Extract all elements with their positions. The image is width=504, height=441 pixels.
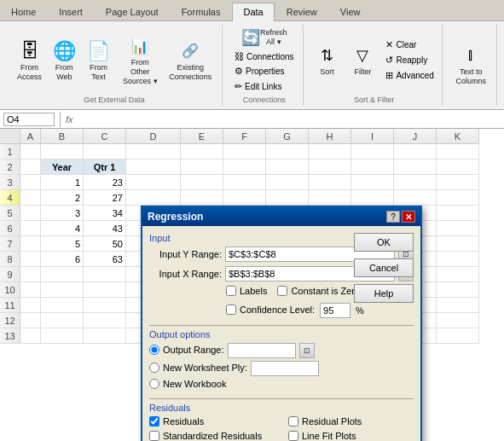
cell-g4[interactable] — [266, 190, 309, 206]
from-access-button[interactable]: 🗄 FromAccess — [14, 37, 45, 84]
cell-k5[interactable] — [437, 206, 479, 221]
col-header-j[interactable]: J — [394, 129, 437, 144]
residuals-checkbox[interactable] — [149, 416, 159, 426]
cell-b7[interactable]: 5 — [41, 236, 84, 252]
cell-c11[interactable] — [84, 298, 126, 313]
cell-a2[interactable] — [20, 160, 41, 175]
cell-k8[interactable] — [437, 252, 479, 267]
cell-c8[interactable]: 63 — [84, 252, 126, 267]
cell-g3[interactable] — [266, 175, 309, 190]
cell-k1[interactable] — [437, 144, 479, 160]
cell-b1[interactable] — [41, 144, 84, 160]
new-worksheet-field[interactable] — [251, 361, 319, 376]
cell-e3[interactable] — [181, 175, 223, 190]
clear-button[interactable]: ✕ Clear — [382, 38, 437, 52]
cell-j1[interactable] — [394, 144, 437, 160]
col-header-k[interactable]: K — [437, 129, 479, 144]
output-range-button[interactable]: ⊡ — [299, 343, 315, 358]
properties-button[interactable]: ⚙ Properties — [231, 64, 298, 78]
tab-page-layout[interactable]: Page Layout — [95, 3, 170, 20]
residual-plots-checkbox[interactable] — [288, 416, 298, 426]
cell-b12[interactable] — [41, 313, 84, 328]
cell-k12[interactable] — [437, 313, 479, 328]
cell-c4[interactable]: 27 — [84, 190, 126, 206]
cell-a12[interactable] — [20, 313, 41, 328]
cell-k11[interactable] — [437, 298, 479, 313]
col-header-g[interactable]: G — [266, 129, 309, 144]
cell-c2[interactable]: Qtr 1 — [84, 160, 126, 175]
new-worksheet-radio[interactable] — [149, 363, 159, 373]
cell-e1[interactable] — [181, 144, 223, 160]
reapply-button[interactable]: ↺ Reapply — [382, 53, 437, 67]
tab-data[interactable]: Data — [232, 3, 274, 21]
cell-a1[interactable] — [20, 144, 41, 160]
col-header-d[interactable]: D — [126, 129, 181, 144]
cell-a8[interactable] — [20, 252, 41, 267]
cell-c12[interactable] — [84, 313, 126, 328]
tab-view[interactable]: View — [329, 3, 372, 20]
cancel-button[interactable]: Cancel — [354, 258, 414, 277]
formula-input[interactable] — [77, 114, 501, 125]
output-range-radio[interactable] — [149, 345, 159, 355]
tab-review[interactable]: Review — [275, 3, 328, 20]
cell-d3[interactable] — [126, 175, 181, 190]
col-header-h[interactable]: H — [309, 129, 351, 144]
cell-a5[interactable] — [20, 206, 41, 221]
cell-f2[interactable] — [223, 160, 266, 175]
cell-k10[interactable] — [437, 282, 479, 298]
dialog-help-button[interactable]: ? — [386, 211, 400, 223]
cell-j2[interactable] — [394, 160, 437, 175]
cell-h1[interactable] — [309, 144, 351, 160]
from-other-sources-button[interactable]: 📊 From OtherSources ▾ — [118, 32, 163, 88]
cell-g1[interactable] — [266, 144, 309, 160]
new-workbook-radio[interactable] — [149, 379, 159, 389]
sort-button[interactable]: ⇅ Sort — [310, 41, 343, 79]
cell-i2[interactable] — [351, 160, 394, 175]
tab-formulas[interactable]: Formulas — [171, 3, 232, 20]
cell-b8[interactable]: 6 — [41, 252, 84, 267]
cell-b3[interactable]: 1 — [41, 175, 84, 190]
cell-j3[interactable] — [394, 175, 437, 190]
cell-g2[interactable] — [266, 160, 309, 175]
cell-f1[interactable] — [223, 144, 266, 160]
cell-c3[interactable]: 23 — [84, 175, 126, 190]
cell-h3[interactable] — [309, 175, 351, 190]
cell-i3[interactable] — [351, 175, 394, 190]
cell-c13[interactable] — [84, 328, 126, 344]
cell-j4[interactable] — [394, 190, 437, 206]
cell-k7[interactable] — [437, 236, 479, 252]
advanced-button[interactable]: ⊞ Advanced — [382, 68, 437, 83]
col-header-a[interactable]: A — [20, 129, 41, 144]
cell-b4[interactable]: 2 — [41, 190, 84, 206]
col-header-i[interactable]: I — [351, 129, 394, 144]
cell-k2[interactable] — [437, 160, 479, 175]
refresh-all-button[interactable]: 🔄 RefreshAll ▾ — [238, 26, 291, 49]
connections-button[interactable]: ⛓ Connections — [231, 49, 298, 63]
edit-links-button[interactable]: ✏ Edit Links — [231, 79, 298, 94]
confidence-value-field[interactable] — [320, 303, 350, 318]
cell-d2[interactable] — [126, 160, 181, 175]
from-web-button[interactable]: 🌐 FromWeb — [49, 37, 79, 84]
cell-d4[interactable] — [126, 190, 181, 206]
constant-zero-checkbox[interactable] — [277, 286, 287, 296]
cell-k9[interactable] — [437, 267, 479, 282]
cell-k6[interactable] — [437, 221, 479, 236]
cell-k3[interactable] — [437, 175, 479, 190]
filter-button[interactable]: ▽ Filter — [346, 41, 379, 79]
cell-a9[interactable] — [20, 267, 41, 282]
col-header-f[interactable]: F — [223, 129, 266, 144]
output-range-field[interactable] — [228, 343, 296, 358]
cell-b10[interactable] — [41, 282, 84, 298]
cell-k4[interactable] — [437, 190, 479, 206]
help-button[interactable]: Help — [354, 284, 414, 303]
cell-c7[interactable]: 50 — [84, 236, 126, 252]
cell-c5[interactable]: 34 — [84, 206, 126, 221]
cell-i1[interactable] — [351, 144, 394, 160]
col-header-c[interactable]: C — [84, 129, 126, 144]
cell-a13[interactable] — [20, 328, 41, 344]
cell-c6[interactable]: 43 — [84, 221, 126, 236]
cell-a7[interactable] — [20, 236, 41, 252]
confidence-checkbox[interactable] — [226, 305, 236, 315]
cell-b13[interactable] — [41, 328, 84, 344]
cell-a11[interactable] — [20, 298, 41, 313]
